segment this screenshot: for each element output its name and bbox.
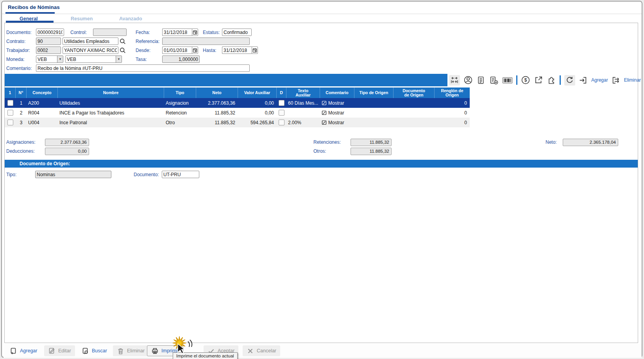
currency-icon[interactable]: $ bbox=[521, 75, 530, 85]
document-add-icon[interactable] bbox=[489, 76, 499, 85]
fecha-label: Fecha: bbox=[136, 30, 150, 35]
desde-input[interactable] bbox=[162, 46, 192, 54]
retenciones-label: Retenciones: bbox=[313, 139, 341, 145]
control-label: Control: bbox=[70, 30, 87, 35]
page-title: Recibos de Nóminas bbox=[8, 4, 60, 10]
col-header[interactable]: Valor Auxiliar bbox=[238, 88, 277, 98]
col-header[interactable]: 1 bbox=[5, 88, 16, 98]
cell-valor-auxiliar: 0,00 bbox=[238, 108, 277, 118]
deducciones-label: Deducciones: bbox=[6, 148, 35, 154]
col-header[interactable]: Texto Auxiliar bbox=[286, 88, 320, 98]
col-header[interactable]: D bbox=[277, 88, 286, 98]
fit-columns-icon[interactable] bbox=[449, 75, 460, 86]
col-header[interactable]: Renglón de Origen bbox=[435, 88, 470, 98]
retenciones-value: 11.885,32 bbox=[351, 139, 392, 146]
comentario-input[interactable] bbox=[36, 64, 250, 72]
table-row[interactable]: 1 A200 Utilidades Asignacion 2.377.063,3… bbox=[5, 98, 470, 108]
editar-label: Editar bbox=[58, 348, 71, 354]
trabajador-name-input[interactable] bbox=[63, 46, 118, 54]
col-header[interactable]: Neto bbox=[196, 88, 238, 98]
user-icon[interactable] bbox=[463, 75, 473, 85]
editar-button[interactable]: Editar bbox=[44, 345, 75, 356]
origin-documento-input[interactable] bbox=[162, 171, 199, 178]
tasa-input[interactable] bbox=[162, 55, 200, 63]
title-rule bbox=[2, 14, 642, 14]
origin-documento-label: Documento: bbox=[134, 172, 159, 177]
refresh-icon[interactable] bbox=[564, 75, 575, 86]
trabajador-search-icon[interactable] bbox=[119, 47, 126, 54]
agregar-button[interactable]: Agregar bbox=[6, 345, 41, 356]
moneda-value: VEB bbox=[36, 56, 57, 63]
agregar-label: Agregar bbox=[20, 348, 37, 354]
open-external-icon[interactable] bbox=[534, 75, 543, 85]
moneda-select[interactable]: VEB ▼ bbox=[36, 55, 63, 63]
documento-input[interactable] bbox=[36, 29, 64, 36]
moneda-select-2[interactable]: VEB ▼ bbox=[65, 55, 122, 63]
row-select-checkbox[interactable] bbox=[7, 100, 13, 106]
col-header[interactable]: Tipo de Origen bbox=[354, 88, 394, 98]
trabajador-code-input[interactable] bbox=[36, 46, 61, 54]
origin-tipo-input[interactable] bbox=[35, 171, 111, 178]
col-header[interactable]: Concepto bbox=[27, 88, 58, 98]
cancelar-button[interactable]: Cancelar bbox=[243, 345, 280, 356]
plugin-icon[interactable] bbox=[547, 75, 556, 85]
table-row[interactable]: 3 U004 Ince Patronal Otro 11.885,32 594.… bbox=[5, 118, 470, 127]
fecha-field[interactable] bbox=[162, 29, 198, 36]
grid-eliminar-button[interactable]: Eliminar bbox=[624, 77, 641, 83]
col-header[interactable]: Documento de Origen bbox=[394, 88, 435, 98]
grid-agregar-button[interactable]: Agregar bbox=[591, 77, 608, 83]
row-add-icon[interactable] bbox=[579, 76, 588, 85]
mostrar-link[interactable]: Mostrar bbox=[322, 120, 344, 125]
cell-concepto: R004 bbox=[27, 108, 58, 118]
calendar-icon[interactable] bbox=[252, 46, 258, 54]
d-checkbox[interactable] bbox=[279, 100, 284, 106]
col-header[interactable]: N° bbox=[16, 88, 27, 98]
eliminar-button[interactable]: Eliminar bbox=[113, 345, 148, 356]
asignaciones-value: 2.377.063,36 bbox=[45, 139, 89, 146]
dropdown-icon[interactable]: ▼ bbox=[116, 56, 122, 63]
control-input[interactable] bbox=[93, 29, 127, 36]
neto-label: Neto: bbox=[546, 139, 557, 145]
col-header[interactable]: Tipo bbox=[164, 88, 196, 98]
dropdown-icon[interactable]: ▼ bbox=[57, 56, 63, 63]
calendar-icon[interactable] bbox=[192, 46, 198, 54]
grid-header: 1 N° Concepto Nombre Tipo Neto Valor Aux… bbox=[5, 88, 470, 98]
referencia-input[interactable] bbox=[162, 38, 250, 45]
screen: Recibos de Nóminas General Resumen Avanz… bbox=[0, 0, 644, 359]
calendar-icon[interactable] bbox=[192, 29, 198, 36]
contrato-name-input[interactable] bbox=[63, 38, 118, 45]
tab-resumen[interactable]: Resumen bbox=[71, 16, 93, 21]
referencia-label: Referencia: bbox=[136, 39, 159, 44]
contrato-code-input[interactable] bbox=[36, 38, 61, 45]
d-checkbox[interactable] bbox=[279, 110, 284, 116]
deducciones-value: 0,00 bbox=[45, 148, 89, 155]
desde-field[interactable] bbox=[162, 46, 198, 54]
cell-n: 1 bbox=[16, 98, 27, 108]
moneda-label: Moneda: bbox=[6, 57, 25, 62]
document-icon[interactable] bbox=[476, 76, 485, 85]
barcode-icon[interactable] bbox=[502, 76, 513, 84]
documento-label: Documento: bbox=[6, 30, 32, 35]
cell-n: 3 bbox=[16, 118, 27, 127]
buscar-button[interactable]: Buscar bbox=[78, 345, 111, 356]
mostrar-link[interactable]: Mostrar bbox=[322, 100, 344, 106]
col-header[interactable]: Nombre bbox=[58, 88, 164, 98]
fecha-input[interactable] bbox=[162, 29, 192, 36]
row-delete-icon[interactable] bbox=[612, 76, 621, 85]
mostrar-link[interactable]: Mostrar bbox=[322, 110, 344, 116]
col-header[interactable]: Comentario bbox=[320, 88, 354, 98]
row-select-checkbox[interactable] bbox=[7, 110, 13, 116]
row-select-checkbox[interactable] bbox=[7, 120, 13, 125]
moneda-value-2: VEB bbox=[66, 56, 116, 63]
cell-valor-auxiliar: 0,00 bbox=[238, 98, 277, 108]
cell-nombre: Ince Patronal bbox=[58, 118, 164, 127]
contrato-search-icon[interactable] bbox=[119, 38, 126, 45]
d-checkbox[interactable] bbox=[279, 120, 284, 125]
table-row[interactable]: 2 R004 INCE a Pagar los Trabajadores Ret… bbox=[5, 108, 470, 118]
cell-texto-auxiliar bbox=[286, 108, 320, 118]
tab-avanzado[interactable]: Avanzado bbox=[119, 16, 142, 21]
svg-text:$: $ bbox=[524, 77, 527, 83]
hasta-input[interactable] bbox=[222, 46, 252, 54]
cell-documento-origen bbox=[394, 98, 435, 108]
hasta-field[interactable] bbox=[222, 46, 258, 54]
